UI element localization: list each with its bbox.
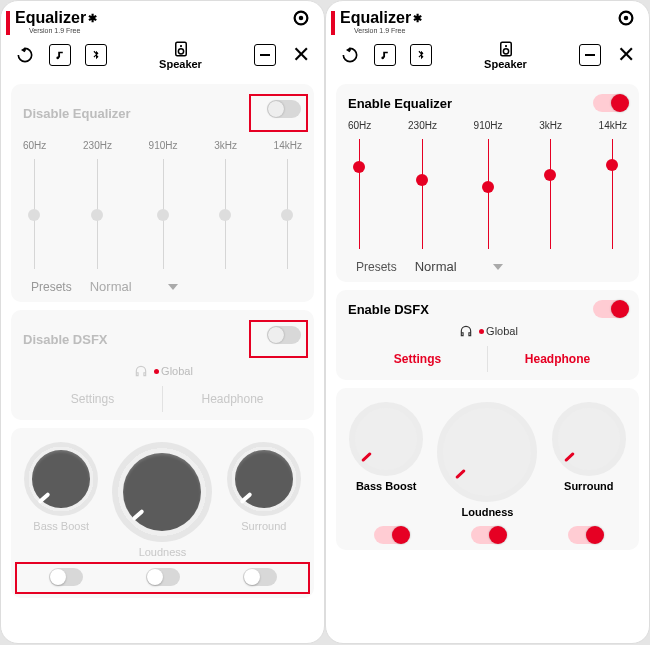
tab-headphone[interactable]: Headphone: [488, 346, 627, 372]
presets-label: Presets: [31, 280, 72, 294]
surround-dial[interactable]: [227, 442, 301, 516]
surround-dial[interactable]: [552, 402, 626, 476]
presets-label: Presets: [356, 260, 397, 274]
slider-910hz[interactable]: [163, 159, 164, 269]
knobs-panel: Bass Boost Loudness Surround: [11, 428, 314, 598]
music-icon[interactable]: [49, 44, 71, 66]
dsfx-title: Disable DSFX: [23, 332, 108, 347]
svg-point-7: [503, 49, 508, 54]
headphone-icon: [457, 324, 475, 338]
svg-point-3: [178, 49, 183, 54]
bluetooth-icon: ✱: [88, 12, 97, 25]
slider-3khz[interactable]: [550, 139, 551, 249]
bluetooth-box-icon[interactable]: [85, 44, 107, 66]
slider-910hz[interactable]: [488, 139, 489, 249]
loudness-toggle[interactable]: [146, 568, 180, 586]
bass-toggle[interactable]: [49, 568, 83, 586]
eq-title: Disable Equalizer: [23, 106, 131, 121]
speaker-device-icon: [172, 40, 190, 58]
eq-title: Enable Equalizer: [348, 96, 452, 111]
close-icon[interactable]: ✕: [617, 42, 635, 68]
eq-toggle[interactable]: [267, 100, 301, 118]
app-title: Equalizer✱: [15, 9, 97, 27]
presets-dropdown[interactable]: Normal: [90, 279, 178, 294]
bass-toggle[interactable]: [374, 526, 408, 544]
eq-sliders: 60Hz 230Hz 910Hz 3kHz 14kHz: [23, 140, 302, 271]
presets-dropdown[interactable]: Normal: [415, 259, 503, 274]
dsfx-toggle[interactable]: [267, 326, 301, 344]
music-icon[interactable]: [374, 44, 396, 66]
speaker-label: Speaker: [159, 58, 202, 70]
screen-disabled: Equalizer✱ Version 1.9 Free Speaker ✕: [0, 0, 325, 644]
dsfx-panel: Disable DSFX Global Settings Headphone: [11, 310, 314, 420]
svg-point-4: [624, 16, 629, 21]
chevron-down-icon: [493, 264, 503, 270]
speaker-label: Speaker: [484, 58, 527, 70]
dsfx-toggle[interactable]: [593, 300, 627, 318]
bass-dial[interactable]: [349, 402, 423, 476]
loudness-dial[interactable]: [437, 402, 537, 502]
status-dot-icon: [479, 329, 484, 334]
refresh-icon[interactable]: [15, 45, 35, 65]
slider-230hz[interactable]: [422, 139, 423, 249]
equalizer-panel: Disable Equalizer 60Hz 230Hz 910Hz 3kHz …: [11, 84, 314, 302]
eq-sliders: 60Hz 230Hz 910Hz 3kHz 14kHz: [348, 120, 627, 251]
tab-settings[interactable]: Settings: [23, 386, 163, 412]
close-icon[interactable]: ✕: [292, 42, 310, 68]
surround-toggle[interactable]: [243, 568, 277, 586]
slider-3khz[interactable]: [225, 159, 226, 269]
dsfx-title: Enable DSFX: [348, 302, 429, 317]
dsfx-panel: Enable DSFX Global Settings Headphone: [336, 290, 639, 380]
slider-14khz[interactable]: [612, 139, 613, 249]
global-label: Global: [486, 325, 518, 337]
svg-point-2: [179, 45, 181, 47]
speaker-device-icon: [497, 40, 515, 58]
chevron-down-icon: [168, 284, 178, 290]
knobs-panel: Bass Boost Loudness Surround: [336, 388, 639, 550]
slider-14khz[interactable]: [287, 159, 288, 269]
minimize-icon[interactable]: [579, 44, 601, 66]
svg-point-0: [299, 16, 304, 21]
status-dot-icon: [154, 369, 159, 374]
tab-settings[interactable]: Settings: [348, 346, 488, 372]
bass-dial[interactable]: [24, 442, 98, 516]
eq-toggle[interactable]: [593, 94, 627, 112]
screen-enabled: Equalizer✱ Version 1.9 Free Speaker ✕ En…: [325, 0, 650, 644]
svg-point-6: [504, 45, 506, 47]
equalizer-panel: Enable Equalizer 60Hz 230Hz 910Hz 3kHz 1…: [336, 84, 639, 282]
headphone-icon: [132, 364, 150, 378]
loudness-dial[interactable]: [112, 442, 212, 542]
bluetooth-icon: ✱: [413, 12, 422, 25]
slider-230hz[interactable]: [97, 159, 98, 269]
surround-toggle[interactable]: [568, 526, 602, 544]
settings-icon[interactable]: [617, 9, 635, 27]
version-label: Version 1.9 Free: [29, 27, 97, 34]
refresh-icon[interactable]: [340, 45, 360, 65]
slider-60hz[interactable]: [359, 139, 360, 249]
accent-bar: [331, 11, 335, 35]
accent-bar: [6, 11, 10, 35]
global-label: Global: [161, 365, 193, 377]
minimize-icon[interactable]: [254, 44, 276, 66]
app-title: Equalizer✱: [340, 9, 422, 27]
tab-headphone[interactable]: Headphone: [163, 386, 302, 412]
slider-60hz[interactable]: [34, 159, 35, 269]
version-label: Version 1.9 Free: [354, 27, 422, 34]
settings-icon[interactable]: [292, 9, 310, 27]
bluetooth-box-icon[interactable]: [410, 44, 432, 66]
loudness-toggle[interactable]: [471, 526, 505, 544]
